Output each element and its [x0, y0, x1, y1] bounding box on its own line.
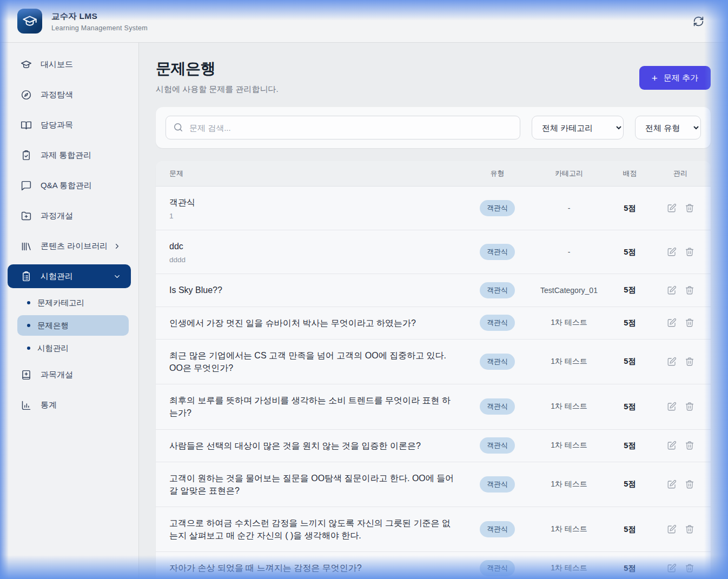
app-header: 교수자 LMS Learning Management System	[0, 0, 728, 43]
sidebar-item-content-library[interactable]: 콘텐츠 라이브러리	[8, 234, 131, 258]
points-cell: 5점	[610, 285, 650, 295]
refresh-icon[interactable]	[691, 14, 706, 29]
question-title: 자아가 손상 되었을 때 느껴지는 감정은 무엇인가?	[169, 562, 455, 574]
category-cell: 1차 테스트	[528, 563, 610, 573]
sidebar-item-my-subjects[interactable]: 담당과목	[8, 113, 131, 137]
chevron-right-icon	[113, 242, 121, 250]
sidebar-item-label: 시험관리	[41, 271, 73, 282]
app-title: 교수자 LMS	[51, 11, 148, 22]
submenu-item-question-bank[interactable]: 문제은행	[17, 315, 129, 336]
category-cell: 1차 테스트	[528, 524, 610, 534]
points-cell: 5점	[610, 563, 650, 574]
column-header-category: 카테고리	[528, 169, 610, 178]
edit-icon[interactable]	[667, 318, 677, 328]
sidebar-item-label: 과정탐색	[41, 90, 73, 100]
type-badge: 객관식	[480, 244, 515, 260]
sidebar-item-exam-management[interactable]: 시험관리	[8, 264, 131, 288]
type-badge: 객관식	[480, 398, 515, 415]
chat-bubble-icon	[21, 180, 32, 191]
app-logo	[17, 9, 42, 34]
table-row: 고객으로 하여금 수치스런 감정을 느끼지 않도록 자신의 그릇된 기준은 없는…	[156, 507, 711, 552]
category-cell: -	[528, 248, 610, 256]
category-cell: 1차 테스트	[528, 441, 610, 450]
question-title: Is Sky Blue??	[169, 284, 455, 296]
submenu-item-label: 문제은행	[37, 321, 69, 331]
points-cell: 5점	[610, 356, 650, 367]
sidebar-item-label: Q&A 통합관리	[41, 181, 92, 191]
question-title: 객관식	[169, 196, 455, 209]
table-row: 고객이 원하는 것을 물어보는 질문을 OO탐색 질문이라고 한다. OO에 들…	[156, 462, 711, 507]
edit-icon[interactable]	[667, 402, 677, 411]
table-row: Is Sky Blue?? 객관식 TestCategory_01 5점	[156, 274, 711, 307]
edit-icon[interactable]	[667, 524, 677, 534]
delete-icon[interactable]	[685, 563, 694, 573]
edit-icon[interactable]	[667, 203, 677, 213]
add-question-button-label: 문제 추가	[664, 73, 698, 83]
chevron-down-icon	[113, 272, 121, 281]
edit-icon[interactable]	[667, 247, 677, 257]
sidebar-item-qna-management[interactable]: Q&A 통합관리	[8, 174, 131, 197]
delete-icon[interactable]	[685, 357, 694, 367]
category-cell: 1차 테스트	[528, 357, 610, 367]
question-subtitle: 1	[169, 212, 455, 220]
bullet-icon	[27, 324, 30, 327]
table-row: 인생에서 가장 멋진 일을 슈바이처 박사는 무엇이라고 하였는가? 객관식 1…	[156, 307, 711, 340]
category-cell: TestCategory_01	[528, 286, 610, 295]
category-cell: 1차 테스트	[528, 402, 610, 411]
sidebar-item-subject-creation[interactable]: 과목개설	[8, 363, 131, 387]
edit-icon[interactable]	[667, 563, 677, 573]
question-subtitle: dddd	[169, 256, 455, 264]
sidebar-item-assignment-management[interactable]: 과제 통합관리	[8, 143, 131, 167]
exam-submenu: 문제카테고리 문제은행 시험관리	[0, 292, 138, 358]
filter-bar: 전체 카테고리 전체 유형	[156, 107, 711, 148]
sidebar-item-course-explore[interactable]: 과정탐색	[8, 83, 131, 107]
type-badge: 객관식	[480, 315, 515, 331]
submenu-item-question-category[interactable]: 문제카테고리	[17, 292, 129, 313]
type-filter-select[interactable]: 전체 유형	[635, 116, 701, 139]
sidebar-item-course-creation[interactable]: 과정개설	[8, 204, 131, 228]
delete-icon[interactable]	[685, 203, 694, 213]
delete-icon[interactable]	[685, 524, 694, 534]
delete-icon[interactable]	[685, 480, 694, 489]
category-cell: 1차 테스트	[528, 318, 610, 328]
table-row: ddc dddd 객관식 - 5점	[156, 230, 711, 274]
category-filter-select[interactable]: 전체 카테고리	[532, 116, 624, 139]
delete-icon[interactable]	[685, 285, 694, 295]
column-header-type: 유형	[466, 169, 528, 178]
category-cell: -	[528, 204, 610, 212]
table-row: 객관식 1 객관식 - 5점	[156, 187, 711, 230]
question-title: 사람들은 선택의 대상이 많은 것을 원치 않는 것을 입증한 이론은?	[169, 440, 455, 452]
submenu-item-label: 문제카테고리	[37, 298, 84, 308]
bullet-icon	[27, 347, 30, 350]
question-title: ddc	[169, 240, 455, 252]
sidebar-item-statistics[interactable]: 통계	[8, 393, 131, 417]
edit-icon[interactable]	[667, 480, 677, 489]
edit-icon[interactable]	[667, 285, 677, 295]
submenu-item-label: 시험관리	[37, 343, 69, 354]
delete-icon[interactable]	[685, 402, 694, 411]
delete-icon[interactable]	[685, 441, 694, 450]
sidebar-item-label: 과목개설	[41, 370, 73, 380]
graduation-cap-icon	[22, 14, 37, 29]
points-cell: 5점	[610, 318, 650, 328]
add-question-button[interactable]: + 문제 추가	[639, 66, 711, 90]
delete-icon[interactable]	[685, 247, 694, 257]
book-open-icon	[21, 119, 32, 131]
delete-icon[interactable]	[685, 318, 694, 328]
question-search-input[interactable]	[166, 116, 520, 139]
compass-icon	[21, 89, 32, 101]
sidebar-item-label: 과제 통합관리	[41, 150, 91, 161]
type-badge: 객관식	[480, 354, 515, 370]
edit-icon[interactable]	[667, 441, 677, 450]
graduation-cap-icon	[21, 59, 32, 70]
sidebar-item-dashboard[interactable]: 대시보드	[8, 52, 131, 76]
clipboard-check-icon	[21, 150, 32, 161]
points-cell: 5점	[610, 203, 650, 214]
search-icon	[173, 122, 183, 135]
type-badge: 객관식	[480, 282, 515, 298]
submenu-item-exam-management[interactable]: 시험관리	[17, 338, 129, 358]
bar-chart-icon	[21, 400, 32, 411]
edit-icon[interactable]	[667, 357, 677, 367]
table-row: 최근 많은 기업에서는 CS 고객 만족을 넘어 고객의 OO에 집중하고 있다…	[156, 340, 711, 384]
table-header-row: 문제 유형 카테고리 배점 관리	[156, 161, 711, 187]
